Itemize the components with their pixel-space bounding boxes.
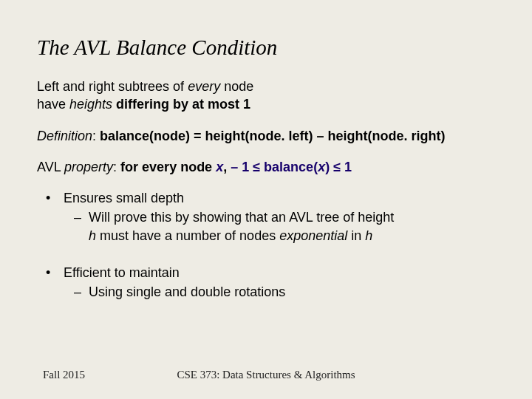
def-body: balance(node) = height(node. left) – hei… [100, 129, 446, 143]
le-icon: ≤ [253, 160, 260, 174]
intro-paragraph: Left and right subtrees of every node ha… [37, 78, 495, 114]
slide-title: The AVL Balance Condition [37, 35, 495, 60]
definition-line: Definition: balance(node) = height(node.… [37, 127, 495, 145]
neg-one: – 1 [231, 160, 253, 174]
sub-list: Will prove this by showing that an AVL t… [64, 208, 495, 245]
var-h: h [89, 228, 96, 243]
text-bold: for every node [120, 160, 216, 174]
slide-body: Left and right subtrees of every node ha… [37, 78, 495, 301]
text: Left and right subtrees of [37, 79, 188, 94]
text-em: exponential [279, 228, 347, 243]
var-x: x [318, 160, 325, 174]
var-h: h [365, 228, 372, 243]
slide: The AVL Balance Condition Left and right… [0, 0, 532, 399]
list-item: Will prove this by showing that an AVL t… [64, 208, 495, 245]
def-label: Definition [37, 129, 92, 143]
one: 1 [341, 160, 352, 174]
text: have [37, 97, 69, 112]
text: Will prove this by showing that an AVL t… [89, 210, 394, 225]
text: in [347, 228, 365, 243]
balance-close: ) [325, 160, 333, 174]
text: : [92, 129, 100, 143]
text: : [113, 160, 120, 174]
text: AVL [37, 160, 64, 174]
text-em: every [188, 79, 220, 94]
text: node [220, 79, 253, 94]
balance-open: balance( [260, 160, 318, 174]
var-x: x [216, 160, 223, 174]
text: Using single and double rotations [89, 284, 285, 299]
le-icon: ≤ [333, 160, 341, 174]
avl-property-line: AVL property: for every node x, – 1 ≤ ba… [37, 158, 495, 176]
bullet-text: Efficient to maintain [64, 265, 180, 280]
list-item: Efficient to maintain Using single and d… [37, 264, 495, 301]
sub-list: Using single and double rotations [64, 283, 495, 301]
footer-term: Fall 2015 [43, 369, 85, 381]
text: must have a number of nodes [96, 228, 279, 243]
bullet-text: Ensures small depth [64, 191, 184, 205]
text-bold: differing by at most 1 [112, 97, 250, 112]
text-em: property [64, 160, 113, 174]
list-item: Ensures small depth Will prove this by s… [37, 189, 495, 245]
text: , [223, 160, 231, 174]
list-item: Using single and double rotations [64, 283, 495, 301]
bullet-list: Ensures small depth Will prove this by s… [37, 189, 495, 301]
footer: Fall 2015 CSE 373: Data Structures & Alg… [0, 369, 532, 381]
text-em: heights [69, 97, 112, 112]
